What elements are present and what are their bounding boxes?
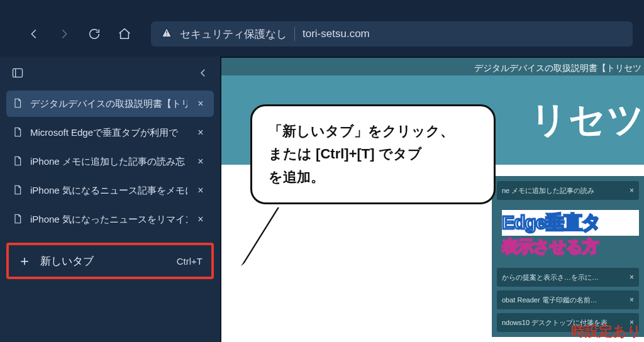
- close-tab-button[interactable]: ×: [194, 155, 208, 168]
- vertical-tab[interactable]: iPhone 気になるニュース記事をメモに ×: [6, 177, 214, 204]
- widget-row-text: obat Reader 電子印鑑の名前…: [502, 295, 597, 305]
- close-icon[interactable]: ×: [630, 186, 634, 195]
- callout-line: 「新しいタブ」をクリック、: [269, 120, 477, 143]
- tab-title: iPhone 気になったニュースをリマインダ: [30, 214, 187, 226]
- page-icon: [13, 126, 24, 140]
- close-tab-button[interactable]: ×: [194, 126, 208, 140]
- tab-title: デジタルデバイスの取扱説明書【トリセ: [30, 98, 187, 110]
- collapse-sidebar-icon[interactable]: [197, 67, 209, 81]
- new-tab-label: 新しいタブ: [40, 254, 94, 268]
- page-icon: [13, 184, 24, 197]
- page-content: デジタルデバイスの取扱説明書【トリセツ リセツ ne メモに追加した記事の読み×…: [220, 57, 644, 342]
- plus-icon: ＋: [18, 254, 31, 268]
- tab-title: iPhone 気になるニュース記事をメモに: [30, 185, 187, 197]
- widget-row[interactable]: obat Reader 電子印鑑の名前…×: [497, 290, 639, 309]
- callout-line: を追加。: [269, 166, 477, 189]
- heading-fragment: 時設定あり: [569, 322, 641, 341]
- close-tab-button[interactable]: ×: [194, 97, 208, 111]
- site-tagline: デジタルデバイスの取扱説明書【トリセツ: [474, 63, 644, 74]
- sidebar-widget: ne メモに追加した記事の読み× Edge垂直タ 表示させる方 からの提案と表示…: [492, 176, 644, 337]
- security-label: セキュリティ保護なし: [180, 27, 287, 41]
- home-button[interactable]: [112, 21, 137, 47]
- art-text: Edge: [502, 212, 545, 233]
- forward-button[interactable]: [52, 21, 77, 47]
- page-icon: [13, 97, 24, 111]
- close-icon[interactable]: ×: [630, 295, 634, 304]
- address-domain: tori-setsu.com: [303, 28, 370, 40]
- vertical-tab[interactable]: iPhone 気になったニュースをリマインダ ×: [6, 206, 214, 233]
- back-button[interactable]: [21, 21, 47, 47]
- widget-row-text: ne メモに追加した記事の読み: [502, 186, 594, 196]
- svg-rect-0: [13, 69, 23, 77]
- widget-row-text: からの提案と表示さ…を示に…: [502, 273, 599, 282]
- vertical-tab[interactable]: Microsoft Edgeで垂直タブが利用で ×: [6, 119, 214, 146]
- callout-line: または [Ctrl]+[T] でタブ: [269, 143, 477, 165]
- article-thumbnail[interactable]: Edge垂直タ 表示させる方: [497, 204, 639, 264]
- page-icon: [13, 155, 24, 168]
- close-tab-button[interactable]: ×: [194, 184, 208, 197]
- close-icon[interactable]: ×: [630, 273, 634, 282]
- annotation-callout: 「新しいタブ」をクリック、 または [Ctrl]+[T] でタブ を追加。: [250, 104, 496, 204]
- vertical-tab[interactable]: iPhone メモに追加した記事の読み忘 ×: [6, 148, 214, 175]
- vertical-tabs-sidebar: デジタルデバイスの取扱説明書【トリセ × Microsoft Edgeで垂直タブ…: [0, 57, 220, 342]
- browser-toolbar: セキュリティ保護なし tori-setsu.com: [0, 0, 644, 57]
- close-tab-button[interactable]: ×: [194, 212, 208, 226]
- widget-row[interactable]: ne メモに追加した記事の読み×: [497, 181, 639, 200]
- not-secure-icon: [161, 27, 172, 41]
- tab-title: Microsoft Edgeで垂直タブが利用で: [30, 127, 187, 139]
- new-tab-shortcut: Ctrl+T: [177, 256, 203, 267]
- new-tab-highlight: ＋ 新しいタブ Ctrl+T: [6, 243, 214, 279]
- site-title-fragment: リセツ: [530, 96, 644, 145]
- page-icon: [13, 213, 24, 226]
- tab-title: iPhone メモに追加した記事の読み忘: [30, 156, 187, 168]
- new-tab-button[interactable]: ＋ 新しいタブ Ctrl+T: [9, 245, 211, 277]
- art-text: 表示させる方: [502, 236, 639, 258]
- address-bar[interactable]: セキュリティ保護なし tori-setsu.com: [151, 21, 633, 47]
- tab-actions-icon[interactable]: [11, 67, 24, 82]
- address-divider: [294, 27, 295, 41]
- refresh-button[interactable]: [82, 21, 107, 47]
- widget-row[interactable]: からの提案と表示さ…を示に…×: [497, 268, 639, 287]
- art-text: 垂直タ: [545, 212, 601, 233]
- vertical-tab[interactable]: デジタルデバイスの取扱説明書【トリセ ×: [6, 91, 214, 117]
